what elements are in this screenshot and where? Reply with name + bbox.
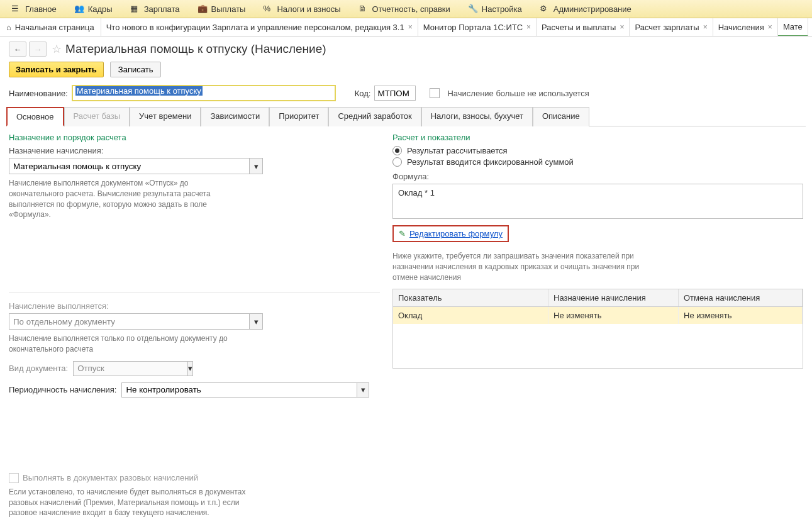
exec-help: Начисление выполняется только по отдельн… — [9, 333, 242, 355]
favorite-icon[interactable]: ☆ — [52, 42, 62, 56]
nav-admin[interactable]: ⚙Администрирование — [531, 0, 640, 18]
exec-select: ▾ — [9, 313, 263, 330]
purpose-label: Назначение начисления: — [9, 146, 380, 155]
tab-home[interactable]: ⌂Начальная страница — [0, 18, 101, 36]
tab-base[interactable]: Расчет базы — [64, 107, 130, 126]
period-label: Периодичность начисления: — [9, 385, 116, 394]
close-icon[interactable]: × — [768, 23, 772, 31]
chevron-down-icon[interactable]: ▾ — [250, 158, 263, 174]
unused-checkbox[interactable] — [430, 88, 440, 98]
doc-type-label: Вид документа: — [9, 364, 68, 373]
onetime-help: Если установлено, то начисление будет вы… — [9, 487, 260, 518]
tab-time[interactable]: Учет времени — [130, 107, 201, 126]
title-bar: ← → ☆ Материальная помощь к отпуску (Нач… — [0, 36, 812, 59]
purpose-select[interactable]: ▾ — [9, 158, 263, 174]
toolbar: Записать и закрыть Записать — [0, 59, 812, 84]
doc-type-select: ▾ — [73, 361, 180, 376]
tab-payroll[interactable]: Расчет зарплаты× — [630, 18, 713, 36]
right-column: Расчет и показатели Результат рассчитыва… — [392, 133, 803, 525]
tab-whatsnew[interactable]: Что нового в конфигурации Зарплата и упр… — [101, 18, 418, 36]
window-tabs: ⌂Начальная страница Что нового в конфигу… — [0, 18, 812, 36]
detail-tabs: Основное Расчет базы Учет времени Зависи… — [6, 106, 806, 126]
nav-salary[interactable]: ▦Зарплата — [121, 0, 189, 18]
nav-taxes[interactable]: %Налоги и взносы — [254, 0, 349, 18]
nav-hr[interactable]: 👥Кадры — [65, 0, 121, 18]
tab-portal[interactable]: Монитор Портала 1С:ИТС× — [418, 18, 537, 36]
formula-box: Оклад * 1 — [392, 184, 803, 219]
table-icon: ▦ — [130, 4, 140, 14]
nav-settings[interactable]: 🔧Настройка — [459, 0, 531, 18]
tab-current[interactable]: Мате — [778, 18, 808, 36]
nav-payments[interactable]: 💼Выплаты — [189, 0, 255, 18]
wrench-icon: 🔧 — [468, 4, 478, 14]
table-help: Ниже укажите, требуется ли запрашивать з… — [392, 251, 644, 282]
purpose-help: Начисление выполняется документом «Отпус… — [9, 178, 242, 220]
period-select[interactable]: ▾ — [121, 382, 369, 398]
tab-main[interactable]: Основное — [6, 107, 64, 126]
chevron-down-icon[interactable]: ▾ — [357, 382, 369, 398]
main-menu: ☰Главное 👥Кадры ▦Зарплата 💼Выплаты %Нало… — [0, 0, 812, 18]
nav-reports[interactable]: 🗎Отчетность, справки — [350, 0, 459, 18]
left-column: Назначение и порядок расчета Назначение … — [9, 133, 380, 525]
home-icon: ⌂ — [6, 23, 11, 32]
formula-label: Формула: — [392, 172, 803, 181]
percent-icon: % — [263, 4, 273, 14]
nav-back-button[interactable]: ← — [9, 42, 26, 57]
code-label: Код: — [355, 89, 371, 98]
pencil-icon: ✎ — [399, 229, 406, 238]
name-label: Наименование: — [9, 89, 68, 98]
unused-label: Начисление больше не используется — [447, 89, 589, 98]
menu-icon: ☰ — [11, 4, 21, 14]
onetime-checkbox — [9, 473, 19, 483]
chevron-down-icon: ▾ — [250, 313, 263, 330]
table-row[interactable]: Оклад Не изменять Не изменять — [393, 307, 803, 324]
close-icon[interactable]: × — [703, 23, 708, 31]
page-title: Материальная помощь к отпуску (Начислени… — [65, 42, 326, 56]
header-fields: Наименование: Материальная помощь к отпу… — [0, 84, 812, 106]
doc-icon: 🗎 — [359, 4, 369, 14]
tab-payments[interactable]: Расчеты и выплаты× — [537, 18, 630, 36]
onetime-label: Выполнять в документах разовых начислени… — [23, 473, 198, 482]
close-icon[interactable]: × — [408, 23, 413, 31]
th-assign: Назначение начисления — [548, 289, 679, 306]
radio-icon[interactable] — [392, 157, 402, 167]
tab-priority[interactable]: Приоритет — [269, 107, 328, 126]
close-icon[interactable]: × — [620, 23, 624, 31]
th-indicator: Показатель — [393, 289, 548, 306]
close-icon[interactable]: × — [526, 23, 531, 31]
tab-deps[interactable]: Зависимости — [201, 107, 269, 126]
tab-tax[interactable]: Налоги, взносы, бухучет — [421, 107, 533, 126]
nav-forward-button[interactable]: → — [29, 42, 47, 57]
tab-average[interactable]: Средний заработок — [328, 107, 421, 126]
gear-icon: ⚙ — [540, 4, 550, 14]
edit-formula-link[interactable]: ✎ Редактировать формулу — [392, 225, 509, 242]
tab-accruals[interactable]: Начисления× — [713, 18, 778, 36]
wallet-icon: 💼 — [197, 4, 208, 14]
section-calc: Расчет и показатели — [392, 133, 803, 142]
save-button[interactable]: Записать — [110, 62, 162, 77]
people-icon: 👥 — [74, 4, 84, 14]
chevron-down-icon: ▾ — [188, 361, 193, 376]
radio-fixed[interactable]: Результат вводится фиксированной суммой — [392, 157, 803, 167]
exec-label: Начисление выполняется: — [9, 301, 380, 311]
nav-main[interactable]: ☰Главное — [3, 0, 65, 18]
th-cancel: Отмена начисления — [679, 289, 803, 306]
radio-calculated[interactable]: Результат рассчитывается — [392, 146, 803, 155]
name-input[interactable]: Материальная помощь к отпуску — [72, 85, 336, 101]
indicators-table: Показатель Назначение начисления Отмена … — [392, 289, 803, 369]
tab-desc[interactable]: Описание — [533, 107, 589, 126]
tab-content: Назначение и порядок расчета Назначение … — [0, 126, 812, 529]
radio-icon[interactable] — [392, 146, 402, 155]
code-input[interactable] — [374, 86, 416, 101]
section-purpose: Назначение и порядок расчета — [9, 133, 380, 142]
save-close-button[interactable]: Записать и закрыть — [9, 62, 104, 77]
